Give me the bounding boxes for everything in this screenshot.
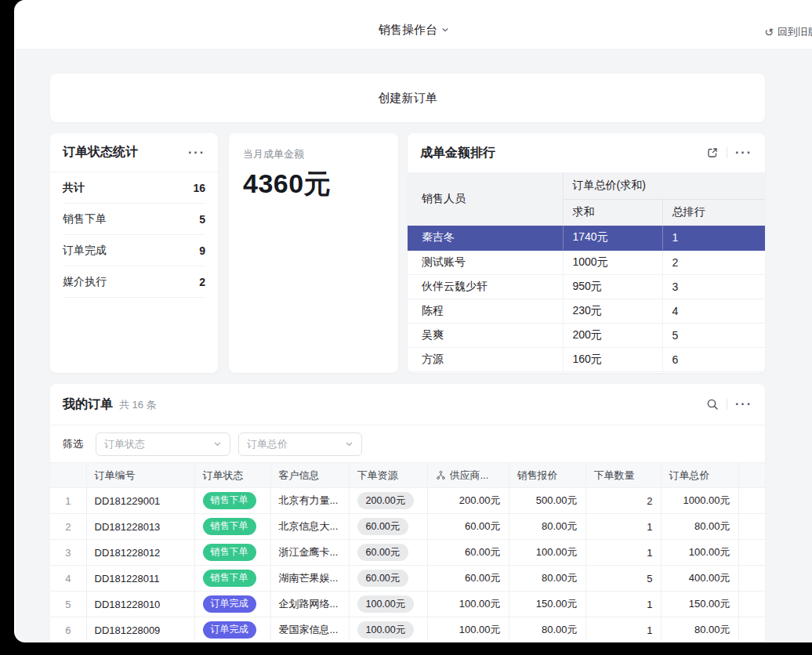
order-status-cell: 订单完成: [194, 592, 270, 617]
col-supplier: 供应商...: [427, 463, 509, 488]
rank-position: 1: [662, 226, 765, 250]
col-total: 订单总价: [661, 463, 738, 488]
order-status-cell: 销售下单: [194, 514, 270, 540]
order-row[interactable]: 3 DD181228012 销售下单 浙江金鹰卡... 60.00元 60.00…: [50, 540, 765, 566]
filter-bar: 筛选 订单状态 订单总价: [50, 425, 765, 462]
rank-col-group: 订单总价(求和): [563, 172, 765, 199]
rank-amount: 950元: [563, 274, 662, 299]
ellipsis-icon[interactable]: ···: [735, 398, 752, 411]
order-status-cell: 订单完成: [194, 617, 270, 643]
total-cell: 1000.00元: [661, 488, 738, 514]
monthly-amount-card: 当月成单金额 4360元: [229, 133, 398, 373]
orders-header-row: 订单编号 订单状态 客户信息 下单资源 供应商... 销售报价 下单数量: [50, 463, 765, 488]
orders-table: 订单编号 订单状态 客户信息 下单资源 供应商... 销售报价 下单数量: [50, 462, 765, 642]
ranking-table: 销售人员 订单总价(求和) 求和 总排行 秦吉冬 1740元 1 测试账号 10…: [408, 172, 765, 372]
resource-cell: 60.00元: [349, 514, 427, 540]
total-cell: 400.00元: [661, 566, 738, 592]
stat-row-done[interactable]: 订单完成 9: [63, 235, 205, 266]
order-status-filter-placeholder: 订单状态: [104, 437, 145, 451]
rank-row[interactable]: 陈程 230元 4: [408, 299, 765, 323]
col-customer: 客户信息: [270, 463, 349, 488]
rank-person: 伙伴云魏少轩: [408, 274, 563, 299]
extra-cell: [738, 617, 765, 643]
chevron-down-icon: [441, 26, 449, 34]
customer-cell: 浙江金鹰卡...: [270, 540, 349, 566]
status-badge: 订单完成: [203, 621, 256, 639]
open-external-icon[interactable]: [706, 147, 719, 159]
col-order-status: 订单状态: [194, 463, 270, 488]
order-row[interactable]: 5 DD181228010 订单完成 企划路网络... 100.00元 100.…: [50, 592, 765, 617]
search-icon[interactable]: [706, 398, 719, 411]
workspace-switcher[interactable]: 销售操作台: [379, 23, 449, 38]
rank-position: 5: [662, 323, 765, 347]
resource-badge: 60.00元: [357, 544, 409, 561]
col-supplier-label: 供应商...: [450, 469, 489, 483]
col-qty: 下单数量: [585, 463, 661, 488]
resource-badge: 200.00元: [357, 492, 415, 509]
row-number: 5: [50, 592, 86, 617]
resource-cell: 60.00元: [349, 540, 427, 566]
qty-cell: 1: [585, 540, 661, 566]
stat-value: 16: [193, 182, 205, 194]
row-number: 4: [50, 566, 86, 592]
supplier-cell: 60.00元: [427, 514, 509, 540]
order-status-filter-select[interactable]: 订单状态: [96, 432, 230, 456]
stats-card-title: 订单状态统计: [63, 144, 138, 161]
rank-row[interactable]: 方源 160元 6: [408, 347, 765, 371]
create-order-label: 创建新订单: [379, 91, 437, 106]
rank-person: 吴爽: [408, 323, 563, 347]
qty-cell: 1: [585, 592, 661, 617]
order-row[interactable]: 1 DD181229001 销售下单 北京有力量... 200.00元 200.…: [50, 488, 765, 514]
rank-person: 秦吉冬: [408, 226, 563, 250]
extra-cell: [738, 488, 765, 514]
order-row[interactable]: 4 DD181228011 销售下单 湖南芒果娱... 60.00元 60.00…: [50, 566, 765, 592]
ellipsis-icon[interactable]: ···: [188, 147, 205, 159]
quote-cell: 150.00元: [509, 592, 585, 617]
my-orders-card: 我的订单 共 16 条 ··· 筛选 订单状态 订单总价: [50, 384, 765, 642]
back-to-old-version-button[interactable]: ↺ 回到旧版: [764, 25, 812, 39]
ranking-card-title: 成单金额排行: [420, 145, 495, 161]
supplier-cell: 100.00元: [427, 617, 509, 643]
filter-label: 筛选: [63, 437, 83, 451]
quote-cell: 100.00元: [509, 540, 585, 566]
ellipsis-icon[interactable]: ···: [735, 147, 752, 159]
supplier-cell: 60.00元: [427, 566, 509, 592]
order-no: DD181229001: [86, 488, 194, 514]
stat-row-sale[interactable]: 销售下单 5: [63, 204, 205, 235]
qty-cell: 5: [585, 566, 661, 592]
resource-badge: 60.00元: [357, 570, 409, 587]
customer-cell: 企划路网络...: [270, 592, 349, 617]
order-row[interactable]: 6 DD181228009 订单完成 爱国家信息... 100.00元 100.…: [50, 617, 765, 643]
rank-amount: 1000元: [563, 250, 662, 274]
col-extra: [738, 463, 765, 488]
total-cell: 150.00元: [661, 592, 738, 617]
customer-cell: 北京信息大...: [270, 514, 349, 540]
monthly-amount-label: 当月成单金额: [243, 147, 384, 161]
chevron-down-icon: [213, 440, 222, 448]
stat-label: 媒介执行: [63, 275, 107, 289]
quote-cell: 80.00元: [509, 566, 585, 592]
ranking-card: 成单金额排行 ··· 销售人员 订单总价(求和) 求和 总排行: [408, 133, 765, 373]
divider: [727, 147, 727, 158]
stat-row-media[interactable]: 媒介执行 2: [63, 266, 205, 298]
app-window: 销售操作台 ↺ 回到旧版 创建新订单 订单状态统计 ··· 共计 16 销售下单…: [14, 0, 812, 642]
order-no: DD181228009: [86, 617, 194, 643]
order-total-filter-placeholder: 订单总价: [247, 437, 288, 451]
stat-label: 销售下单: [63, 212, 107, 226]
order-row[interactable]: 2 DD181228013 销售下单 北京信息大... 60.00元 60.00…: [50, 514, 765, 540]
rank-row[interactable]: 秦吉冬 1740元 1: [408, 226, 765, 250]
extra-cell: [738, 540, 765, 566]
top-bar: 销售操作台 ↺ 回到旧版: [16, 0, 812, 49]
order-no: DD181228010: [86, 592, 194, 617]
back-to-old-version-label: 回到旧版: [778, 25, 812, 39]
order-total-filter-select[interactable]: 订单总价: [238, 432, 362, 456]
create-order-button[interactable]: 创建新订单: [50, 74, 765, 122]
rank-row[interactable]: 测试账号 1000元 2: [408, 250, 765, 274]
rank-row[interactable]: 伙伴云魏少轩 950元 3: [408, 274, 765, 299]
status-badge: 销售下单: [203, 518, 256, 535]
order-no: DD181228012: [86, 540, 194, 566]
rank-position: 4: [662, 299, 765, 323]
rank-amount: 1740元: [563, 226, 662, 250]
rank-row[interactable]: 吴爽 200元 5: [408, 323, 765, 347]
stat-row-total[interactable]: 共计 16: [63, 172, 205, 204]
